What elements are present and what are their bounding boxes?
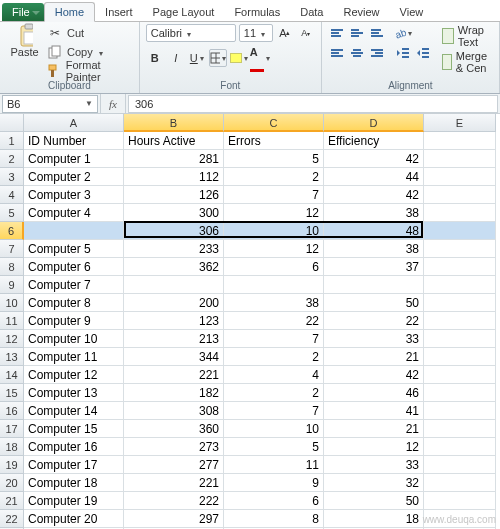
cell[interactable]: 306 [124, 222, 224, 240]
cell[interactable]: 2 [224, 384, 324, 402]
column-header[interactable]: D [324, 114, 424, 132]
cell[interactable] [324, 276, 424, 294]
row-header[interactable]: 22 [0, 510, 24, 528]
cell[interactable] [224, 276, 324, 294]
align-top-button[interactable] [328, 24, 346, 42]
cell[interactable]: Computer 1 [24, 150, 124, 168]
cell[interactable] [424, 240, 496, 258]
cell[interactable] [424, 348, 496, 366]
cell[interactable] [424, 420, 496, 438]
cell[interactable]: 222 [124, 492, 224, 510]
cell[interactable]: 48 [324, 222, 424, 240]
cell[interactable]: 221 [124, 474, 224, 492]
cell[interactable]: Computer 8 [24, 294, 124, 312]
cell[interactable]: 7 [224, 402, 324, 420]
file-tab[interactable]: File [2, 3, 44, 21]
cut-button[interactable]: ✂ Cut [47, 24, 133, 42]
row-header[interactable]: 7 [0, 240, 24, 258]
cell[interactable]: Computer 11 [24, 348, 124, 366]
cell[interactable]: Computer 19 [24, 492, 124, 510]
cell[interactable] [424, 438, 496, 456]
format-painter-button[interactable]: Format Painter [47, 62, 133, 80]
tab-insert[interactable]: Insert [95, 3, 143, 21]
name-box[interactable]: B6 ▼ [2, 95, 98, 113]
cell[interactable] [424, 456, 496, 474]
cell[interactable]: 277 [124, 456, 224, 474]
cell[interactable]: 7 [224, 186, 324, 204]
cell[interactable]: Computer 6 [24, 258, 124, 276]
cell[interactable]: 9 [224, 474, 324, 492]
cell[interactable]: 50 [324, 492, 424, 510]
cell[interactable] [424, 384, 496, 402]
increase-indent-button[interactable] [414, 44, 432, 62]
cell[interactable]: 50 [324, 294, 424, 312]
cell[interactable]: 360 [124, 420, 224, 438]
cell[interactable]: Computer 18 [24, 474, 124, 492]
cell[interactable]: 300 [124, 204, 224, 222]
select-all-corner[interactable] [0, 114, 24, 132]
column-header[interactable]: C [224, 114, 324, 132]
cell[interactable]: Computer 14 [24, 402, 124, 420]
row-header[interactable]: 2 [0, 150, 24, 168]
cell[interactable] [424, 222, 496, 240]
row-header[interactable]: 6 [0, 222, 24, 240]
cell[interactable]: 37 [324, 258, 424, 276]
tab-page-layout[interactable]: Page Layout [143, 3, 225, 21]
row-header[interactable]: 15 [0, 384, 24, 402]
cell[interactable]: Computer 4 [24, 204, 124, 222]
cell[interactable]: 10 [224, 420, 324, 438]
cell[interactable]: 182 [124, 384, 224, 402]
tab-home[interactable]: Home [44, 2, 95, 22]
cell[interactable] [424, 186, 496, 204]
cell[interactable]: 200 [124, 294, 224, 312]
row-header[interactable]: 3 [0, 168, 24, 186]
cell[interactable]: 10 [224, 222, 324, 240]
row-header[interactable]: 11 [0, 312, 24, 330]
align-middle-button[interactable] [348, 24, 366, 42]
cell[interactable] [424, 258, 496, 276]
row-header[interactable]: 19 [0, 456, 24, 474]
cell[interactable]: Computer 7 [24, 276, 124, 294]
shrink-font-button[interactable]: A▾ [297, 24, 315, 42]
cell[interactable] [424, 330, 496, 348]
fill-color-button[interactable] [230, 49, 248, 67]
cell[interactable]: 362 [124, 258, 224, 276]
cell[interactable]: 42 [324, 186, 424, 204]
orientation-button[interactable]: ab [394, 24, 412, 42]
cell[interactable]: Hours Active [124, 132, 224, 150]
column-header[interactable]: A [24, 114, 124, 132]
cell[interactable] [424, 294, 496, 312]
spreadsheet-grid[interactable]: ABCDE1ID NumberHours ActiveErrorsEfficie… [0, 114, 500, 529]
cell[interactable]: 33 [324, 330, 424, 348]
row-header[interactable]: 8 [0, 258, 24, 276]
cell[interactable]: 2 [224, 348, 324, 366]
merge-center-button[interactable]: Merge & Cen [442, 50, 493, 74]
row-header[interactable]: 20 [0, 474, 24, 492]
grow-font-button[interactable]: A▴ [276, 24, 294, 42]
row-header[interactable]: 9 [0, 276, 24, 294]
cell[interactable]: 2 [224, 168, 324, 186]
cell[interactable]: 42 [324, 366, 424, 384]
cell[interactable]: Computer 15 [24, 420, 124, 438]
fx-icon[interactable]: fx [100, 94, 126, 113]
font-family-select[interactable]: Calibri [146, 24, 236, 42]
cell[interactable]: Computer 5 [24, 240, 124, 258]
underline-button[interactable]: U [188, 49, 206, 67]
align-left-button[interactable] [328, 44, 346, 62]
cell[interactable] [424, 204, 496, 222]
formula-input[interactable]: 306 [128, 95, 498, 113]
row-header[interactable]: 21 [0, 492, 24, 510]
cell[interactable]: 44 [324, 168, 424, 186]
cell[interactable]: 126 [124, 186, 224, 204]
cell[interactable]: 221 [124, 366, 224, 384]
row-header[interactable]: 4 [0, 186, 24, 204]
cell[interactable]: Errors [224, 132, 324, 150]
tab-view[interactable]: View [390, 3, 434, 21]
cell[interactable] [424, 366, 496, 384]
cell[interactable]: Computer 3 [24, 186, 124, 204]
cell[interactable]: 8 [224, 510, 324, 528]
cell[interactable] [424, 168, 496, 186]
cell[interactable]: 38 [324, 240, 424, 258]
cell[interactable]: 22 [224, 312, 324, 330]
cell[interactable]: Computer 16 [24, 438, 124, 456]
